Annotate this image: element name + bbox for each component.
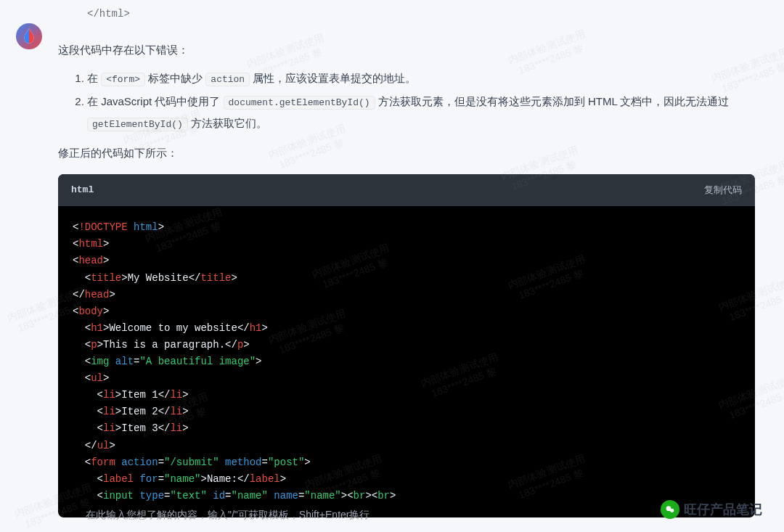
error-item-1: 在 <form> 标签中缺少 action 属性，应该设置表单提交的地址。 [87, 67, 755, 89]
error-list: 在 <form> 标签中缺少 action 属性，应该设置表单提交的地址。 在 … [58, 67, 755, 134]
error-item-2: 在 JavaScript 代码中使用了 document.getElementB… [87, 91, 755, 134]
code-body[interactable]: <!DOCTYPE html> <html> <head> <title>My … [58, 206, 755, 517]
inline-code: <form> [101, 73, 145, 86]
inline-code: getElementById() [87, 118, 188, 131]
wechat-icon [661, 500, 679, 519]
copy-code-button[interactable]: 复制代码 [704, 181, 742, 200]
svg-point-1 [670, 509, 674, 512]
chat-input[interactable]: 在此输入您想了解的内容，输入"/"可获取模板，Shift+Enter换行 [86, 509, 369, 522]
previous-code-tail: </html> [58, 0, 755, 27]
inline-code: document.getElementById() [224, 96, 375, 110]
brand-footer: 旺仔产品笔记 [661, 500, 762, 519]
code-language-label: html [71, 181, 94, 200]
inline-code: action [205, 73, 250, 86]
brand-name: 旺仔产品笔记 [684, 501, 762, 518]
code-header: html 复制代码 [58, 174, 755, 207]
code-block: html 复制代码 <!DOCTYPE html> <html> <head> … [58, 174, 755, 517]
assistant-avatar [16, 23, 42, 49]
error-intro: 这段代码中存在以下错误： [58, 40, 755, 61]
fix-intro: 修正后的代码如下所示： [58, 143, 755, 164]
